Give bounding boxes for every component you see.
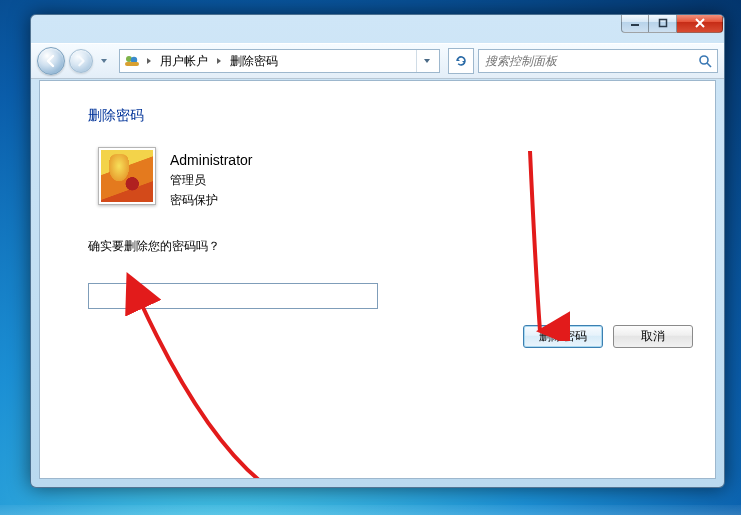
svg-rect-4 — [125, 62, 139, 66]
user-accounts-icon — [124, 53, 140, 69]
delete-password-button[interactable]: 删除密码 — [523, 325, 603, 348]
breadcrumb-user-accounts[interactable]: 用户帐户 — [154, 50, 214, 72]
cancel-button[interactable]: 取消 — [613, 325, 693, 348]
address-bar[interactable]: 用户帐户 删除密码 — [119, 49, 440, 73]
breadcrumb-delete-password[interactable]: 删除密码 — [224, 50, 284, 72]
close-button[interactable] — [677, 14, 723, 33]
avatar — [98, 147, 156, 205]
account-name: Administrator — [170, 149, 252, 171]
navigation-bar: 用户帐户 删除密码 — [31, 43, 724, 79]
maximize-button[interactable] — [649, 14, 677, 33]
nav-forward-button[interactable] — [69, 49, 93, 73]
titlebar — [31, 15, 724, 43]
svg-rect-1 — [659, 20, 666, 27]
caption-buttons — [621, 14, 723, 33]
search-input[interactable] — [483, 53, 697, 69]
breadcrumb-separator-icon — [214, 57, 224, 65]
account-password-status: 密码保护 — [170, 191, 252, 210]
user-info-block: Administrator 管理员 密码保护 — [98, 147, 675, 210]
address-dropdown-button[interactable] — [416, 50, 437, 72]
avatar-flower-icon — [101, 150, 153, 202]
breadcrumb-separator-icon — [144, 57, 154, 65]
search-box[interactable] — [478, 49, 718, 73]
nav-history-dropdown[interactable] — [97, 50, 111, 72]
control-panel-window: 用户帐户 删除密码 — [30, 14, 725, 488]
page-title: 删除密码 — [88, 107, 675, 125]
account-role: 管理员 — [170, 171, 252, 190]
minimize-button[interactable] — [621, 14, 649, 33]
svg-rect-0 — [631, 24, 639, 26]
content-area: 删除密码 Administrator 管理员 密码保护 确实要删除您的密码吗？ … — [39, 80, 716, 479]
svg-line-6 — [707, 63, 711, 67]
refresh-button[interactable] — [448, 48, 474, 74]
confirm-prompt: 确实要删除您的密码吗？ — [88, 238, 675, 255]
current-password-field[interactable] — [88, 283, 378, 309]
search-icon — [697, 54, 713, 68]
svg-point-5 — [700, 56, 708, 64]
desktop-taskbar-hint — [0, 505, 741, 515]
dialog-button-row: 删除密码 取消 — [523, 325, 693, 348]
nav-back-button[interactable] — [37, 47, 65, 75]
